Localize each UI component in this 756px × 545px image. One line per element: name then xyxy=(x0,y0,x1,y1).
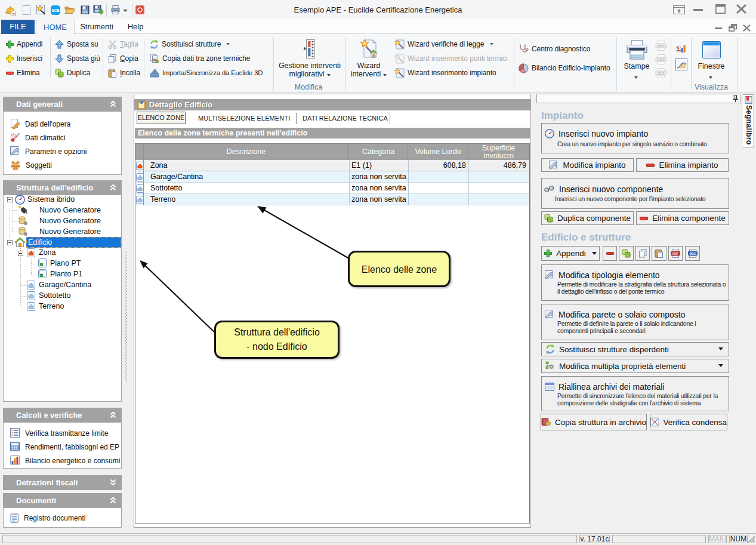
svg-text:XLS: XLS xyxy=(658,72,665,75)
svg-text:PDF: PDF xyxy=(672,253,678,255)
svg-text:PDF: PDF xyxy=(658,44,665,48)
svg-text:DOC: DOC xyxy=(689,253,696,255)
svg-text:Σ: Σ xyxy=(676,44,681,53)
svg-text:DOC: DOC xyxy=(658,58,665,61)
svg-text:SCE: SCE xyxy=(51,8,60,13)
